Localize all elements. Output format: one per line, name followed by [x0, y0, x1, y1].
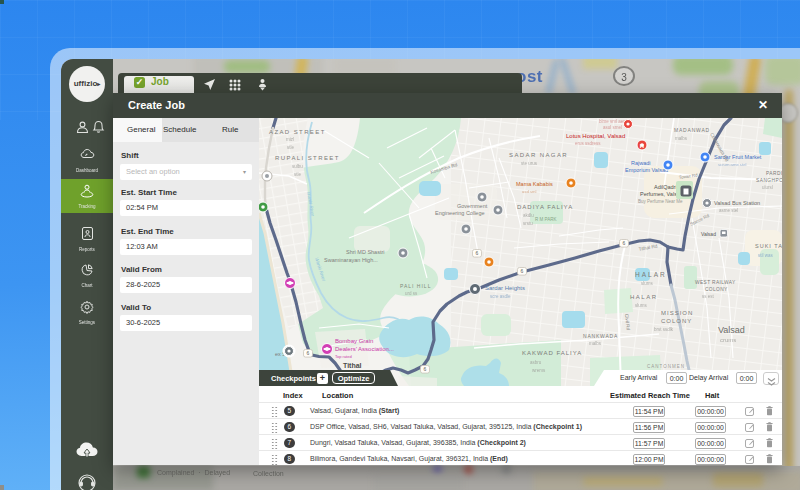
svg-text:ss est: ss est: [702, 294, 715, 299]
svg-text:6: 6: [623, 240, 626, 246]
svg-text:mizl: mizl: [286, 137, 294, 142]
svg-text:brst ssdlk: brst ssdlk: [654, 327, 674, 332]
svg-text:ste urus: ste urus: [521, 161, 538, 166]
svg-text:scrum ame stel: scrum ame stel: [718, 162, 746, 167]
svg-text:Valsad: Valsad: [718, 325, 745, 335]
svg-text:srstu: srstu: [523, 221, 533, 226]
svg-text:Valsad Bus Station: Valsad Bus Station: [714, 200, 760, 206]
svg-text:Lotus Hospital, Valsad: Lotus Hospital, Valsad: [566, 133, 625, 139]
svg-text:PARDI: PARDI: [766, 171, 782, 176]
svg-text:wrems: wrems: [532, 368, 546, 373]
svg-text:DADIYA FALIYA: DADIYA FALIYA: [517, 204, 573, 210]
svg-text:scre asdle: scre asdle: [490, 294, 511, 299]
svg-text:Bombay Grain: Bombay Grain: [335, 338, 373, 344]
svg-text:stle: stle: [287, 145, 295, 150]
svg-text:malbs: malbs: [675, 136, 688, 141]
svg-text:Shri MD Shastri: Shri MD Shastri: [346, 249, 385, 255]
svg-text:Government: Government: [457, 203, 488, 209]
svg-text:urd ss: urd ss: [405, 291, 418, 296]
svg-text:stle: stle: [294, 172, 302, 177]
svg-text:PALI HILL: PALI HILL: [400, 283, 431, 289]
svg-text:slums: slums: [635, 303, 648, 308]
svg-text:Top rated: Top rated: [335, 354, 352, 359]
svg-text:COLONY: COLONY: [705, 287, 728, 292]
svg-text:Mama Kababis: Mama Kababis: [516, 181, 553, 187]
svg-text:R M PARK: R M PARK: [535, 217, 556, 222]
svg-text:sulbu: sulbu: [292, 164, 303, 169]
svg-text:asul smel: asul smel: [603, 125, 622, 130]
svg-text:CANTONMEN: CANTONMEN: [647, 364, 685, 369]
svg-text:Dealers’ Association...: Dealers’ Association...: [335, 346, 394, 352]
svg-text:malbs: malbs: [589, 341, 602, 346]
svg-text:asd sml: asd sml: [522, 189, 536, 194]
svg-text:crums: crums: [720, 337, 736, 343]
svg-text:stil was: stil was: [758, 253, 774, 258]
svg-text:Buy Perfume Near Me: Buy Perfume Near Me: [638, 199, 683, 204]
svg-text:erus ssdress: erus ssdress: [575, 141, 601, 146]
svg-text:KAKWAD FALIYA: KAKWAD FALIYA: [522, 350, 582, 356]
svg-text:H: H: [640, 143, 644, 149]
svg-text:MADANWAD: MADANWAD: [674, 127, 710, 133]
svg-text:NANKWADA: NANKWADA: [583, 333, 618, 339]
svg-text:6: 6: [521, 268, 524, 274]
svg-text:HALAR: HALAR: [635, 271, 667, 278]
svg-text:6: 6: [424, 366, 427, 372]
svg-text:akdlu: akdlu: [523, 213, 534, 218]
svg-text:asbru: asbru: [530, 360, 542, 365]
svg-text:6: 6: [307, 350, 310, 356]
svg-text:Emporium Valsad: Emporium Valsad: [625, 167, 668, 173]
svg-text:ulursl: ulursl: [762, 185, 773, 190]
svg-text:SUKI TA: SUKI TA: [755, 243, 782, 249]
svg-text:6: 6: [476, 250, 479, 256]
svg-text:Engineering College: Engineering College: [435, 210, 485, 216]
svg-text:SADAR NAGAR: SADAR NAGAR: [509, 152, 568, 158]
svg-text:slums: slums: [641, 281, 654, 286]
svg-text:SANGHPOR: SANGHPOR: [756, 178, 782, 183]
svg-text:Swaminarayan High...: Swaminarayan High...: [324, 257, 378, 263]
svg-text:Valsad: Valsad: [701, 231, 716, 237]
svg-text:asme stel: asme stel: [719, 208, 738, 213]
svg-text:AdilQadri: AdilQadri: [654, 184, 677, 190]
svg-text:Rajwadi: Rajwadi: [631, 160, 651, 166]
svg-text:WEST RAILWAY: WEST RAILWAY: [695, 280, 736, 285]
svg-text:MISSION: MISSION: [661, 310, 693, 316]
svg-text:Tithal: Tithal: [343, 362, 362, 369]
svg-text:HALAR: HALAR: [630, 294, 658, 300]
svg-text:Sardar Heights: Sardar Heights: [485, 285, 525, 291]
svg-text:AZAD STREET: AZAD STREET: [269, 129, 326, 135]
svg-text:RUPALI STREET: RUPALI STREET: [275, 155, 340, 161]
svg-text:COLONY: COLONY: [661, 318, 692, 324]
